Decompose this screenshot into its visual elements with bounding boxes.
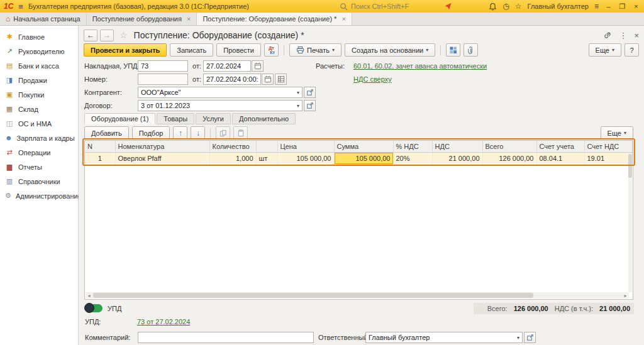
cell-account[interactable]: 08.04.1 <box>536 152 584 164</box>
invoice-date-input[interactable] <box>203 60 251 72</box>
column-header[interactable]: НДС <box>432 141 482 152</box>
cell-line-number[interactable]: 1 <box>85 152 115 164</box>
sidebar-item[interactable]: ▆ Отчеты <box>0 160 78 174</box>
column-header[interactable]: N <box>85 141 115 152</box>
cell-total[interactable]: 126 000,00 <box>482 152 536 164</box>
close-window-button[interactable]: × <box>632 3 640 10</box>
column-header[interactable] <box>256 141 277 152</box>
maximize-button[interactable]: ❐ <box>618 3 626 11</box>
number-input[interactable] <box>138 74 188 85</box>
tab-close-icon[interactable]: × <box>187 15 191 23</box>
parts-tab[interactable]: Товары <box>157 113 194 124</box>
sidebar-item[interactable]: ▥ Справочники <box>0 174 78 189</box>
sidebar-item[interactable]: ↗ Руководителю <box>0 44 78 58</box>
attachments-button[interactable] <box>464 43 478 57</box>
document-tab[interactable]: Поступление оборудования × <box>87 13 197 25</box>
main-menu-icon[interactable]: ≡ <box>18 3 23 11</box>
sidebar-item[interactable]: ☻ Зарплата и кадры <box>0 131 78 145</box>
add-row-button[interactable]: Добавить <box>84 126 129 140</box>
horizontal-scrollbar-thumb[interactable] <box>93 293 533 298</box>
print-button[interactable]: Печать ▾ <box>289 43 341 57</box>
sidebar-item[interactable]: ⚙ Администрирование <box>0 189 78 203</box>
document-date-input[interactable] <box>203 74 261 85</box>
horizontal-scrollbar[interactable]: ◂ ▸ <box>86 292 629 298</box>
sidebar-item[interactable]: ✱ Главное <box>0 30 78 44</box>
upd-toggle[interactable] <box>85 304 103 312</box>
cell-unit[interactable]: шт <box>256 152 277 164</box>
post-button[interactable]: Провести <box>216 43 261 57</box>
column-header[interactable]: Количество <box>209 141 256 152</box>
column-header[interactable]: Цена <box>277 141 334 152</box>
cell-quantity[interactable]: 1,000 <box>209 152 256 164</box>
help-button[interactable]: ? <box>625 43 639 57</box>
parts-tab[interactable]: Услуги <box>196 113 231 124</box>
responsible-input[interactable] <box>366 334 514 341</box>
dtkt-postings-button[interactable]: ДтКт <box>264 43 279 57</box>
parts-tab[interactable]: Дополнительно <box>232 113 296 124</box>
vertical-scrollbar[interactable] <box>628 153 632 292</box>
cell-nomenclature[interactable]: Оверлок Pfaff <box>115 152 209 164</box>
notifications-bell-icon[interactable] <box>489 3 497 11</box>
document-tab[interactable]: ⌂ Начальная страница × <box>0 13 87 25</box>
sidebar-item[interactable]: ◨ Продажи <box>0 73 78 87</box>
table-row[interactable]: 1 Оверлок Pfaff 1,000 шт 105 000,00 105 … <box>85 152 632 164</box>
form-more-button[interactable]: Еще ▾ <box>589 43 621 57</box>
pick-button[interactable]: Подбор <box>132 126 170 140</box>
write-button[interactable]: Записать <box>170 43 213 57</box>
vat-mode-link[interactable]: НДС сверху <box>353 75 392 83</box>
close-form-icon[interactable]: × <box>634 31 639 40</box>
upd-document-link[interactable]: 73 от 27.02.2024 <box>137 318 190 326</box>
cell-vat[interactable]: 21 000,00 <box>432 152 482 164</box>
cell-vat-percent[interactable]: 20% <box>393 152 432 164</box>
cell-vat-account[interactable]: 19.01 <box>584 152 632 164</box>
invoice-date-calendar-button[interactable] <box>252 60 264 72</box>
invoice-number-input[interactable] <box>138 60 188 72</box>
minimize-button[interactable]: – <box>604 3 613 10</box>
document-tab[interactable]: Поступление: Оборудование (создание) * × <box>197 13 352 25</box>
contract-dropdown-icon[interactable]: ▾ <box>294 103 302 109</box>
document-date-calendar-button[interactable] <box>262 74 274 85</box>
contractor-dropdown-icon[interactable]: ▾ <box>294 90 302 96</box>
move-up-button[interactable]: ↑ <box>173 126 187 140</box>
get-link-icon[interactable] <box>603 31 612 40</box>
cell-sum[interactable]: 105 000,00 <box>334 152 393 164</box>
tab-close-icon[interactable]: × <box>341 15 345 23</box>
scroll-left-icon[interactable]: ◂ <box>86 293 92 298</box>
kebab-menu-icon[interactable]: ⋮ <box>619 31 627 40</box>
vertical-scrollbar-thumb[interactable] <box>628 154 632 178</box>
responsible-open-button[interactable] <box>524 332 536 343</box>
contractor-open-button[interactable] <box>304 87 316 98</box>
sidebar-item[interactable]: ◫ ОС и НМА <box>0 116 78 131</box>
responsible-dropdown-icon[interactable]: ▾ <box>514 335 522 341</box>
table-more-button[interactable]: Еще ▾ <box>601 126 633 140</box>
column-header[interactable]: Всего <box>482 141 536 152</box>
post-and-close-button[interactable]: Провести и закрыть <box>84 43 167 57</box>
sidebar-item[interactable]: ▣ Покупки <box>0 87 78 102</box>
column-header[interactable]: % НДС <box>393 141 432 152</box>
move-down-button[interactable]: ↓ <box>191 126 205 140</box>
number-list-button[interactable] <box>275 74 287 85</box>
sidebar-item[interactable]: ▦ Склад <box>0 102 78 116</box>
back-button[interactable]: ← <box>84 30 97 41</box>
column-header[interactable]: Счет учета <box>536 141 584 152</box>
forward-button[interactable]: → <box>100 30 114 41</box>
service-menu-icon[interactable]: ≡ <box>594 3 599 10</box>
comment-input[interactable] <box>138 332 314 343</box>
history-clock-icon[interactable]: ◷ <box>502 3 509 10</box>
paperplane-icon[interactable] <box>444 3 452 10</box>
current-user-label[interactable]: Главный бухгалтер <box>528 3 589 10</box>
copy-row-button[interactable] <box>216 126 230 140</box>
contract-open-button[interactable] <box>304 100 316 111</box>
contractor-input[interactable] <box>138 89 294 96</box>
paste-row-button[interactable] <box>233 126 248 140</box>
cell-price[interactable]: 105 000,00 <box>277 152 334 164</box>
parts-tab[interactable]: Оборудование (1) <box>84 113 155 124</box>
edo-button[interactable] <box>446 43 460 57</box>
column-header[interactable]: Счет НДС <box>584 141 632 152</box>
global-search[interactable]: Поиск Ctrl+Shift+F <box>340 0 409 13</box>
sidebar-item[interactable]: ⇄ Операции <box>0 145 78 160</box>
favorites-star-icon[interactable]: ☆ <box>515 3 522 10</box>
contract-input[interactable] <box>138 102 294 109</box>
add-to-favorites-icon[interactable]: ☆ <box>119 30 128 40</box>
scroll-right-icon[interactable]: ▸ <box>622 293 629 298</box>
